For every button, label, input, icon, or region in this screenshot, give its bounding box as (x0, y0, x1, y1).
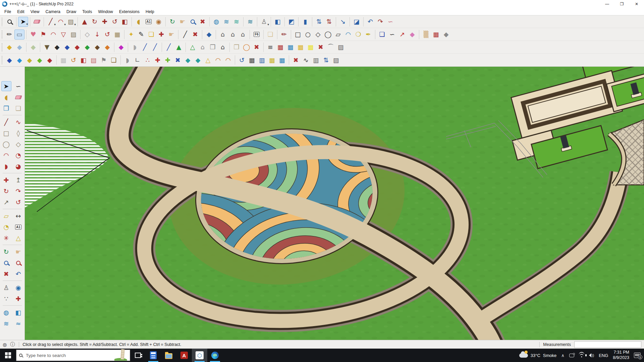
pencil-edit-tool[interactable]: ✏ (4, 29, 14, 40)
draw-parallelogram-on-surface[interactable]: ▱ (333, 29, 343, 40)
stamp-tool[interactable]: ✚ (100, 17, 110, 27)
toolbar-grip[interactable] (1, 30, 3, 39)
draw-ellipse-on-surface[interactable]: ◯ (323, 29, 333, 40)
face-select-tool[interactable]: ▭ (14, 29, 24, 40)
grid-tool-yellow[interactable]: ▦ (296, 42, 306, 52)
panel-blue-tool[interactable]: ▥ (257, 55, 267, 65)
flag-tool[interactable]: ⚑ (99, 55, 109, 65)
hand-tool[interactable]: ☛ (166, 29, 176, 40)
diamond-blue-2[interactable]: ◆ (14, 55, 24, 65)
drop-teal-2[interactable]: ◆ (193, 55, 203, 65)
line-tool[interactable]: ╱ (1, 117, 11, 127)
raise-lower-red-tool[interactable]: ⇅ (324, 17, 334, 27)
diamond-tool[interactable]: ◆ (441, 29, 451, 40)
cube-lightblue-tool[interactable]: ◆ (14, 42, 24, 52)
slash-tool[interactable]: ╱ (180, 29, 190, 40)
pan-tool[interactable]: ☛ (13, 247, 23, 257)
rotate-tool[interactable]: ↻ (1, 186, 11, 196)
poly-blue-tool[interactable]: ❏ (377, 29, 387, 40)
search-input[interactable] (26, 353, 127, 358)
arrow-down-tool[interactable]: ↓ (92, 29, 102, 40)
previous-view-tool[interactable]: ↶ (13, 269, 23, 279)
grid-tool-blue[interactable]: ▦ (285, 42, 296, 52)
maximize-button[interactable]: ❐ (614, 0, 629, 8)
tree-tool[interactable]: ▲ (174, 42, 184, 52)
person-scale-tool[interactable]: ♙▾ (259, 17, 269, 27)
water-ripple-tool-2[interactable]: ≋ (231, 17, 241, 27)
tile-slope-tool-3[interactable]: ╱ (164, 42, 174, 52)
paint-bucket-tool[interactable]: ◖ (1, 92, 11, 102)
lasso-tool[interactable]: ∽ (387, 29, 397, 40)
eraser-tool[interactable] (32, 17, 42, 27)
tile-slope-tool-2[interactable]: ╱ (150, 42, 160, 52)
orbit-tool[interactable]: ↻ (167, 17, 177, 27)
menu-edit[interactable]: Edit (14, 9, 28, 15)
cube-palegreen-tool[interactable]: ◆ (28, 42, 38, 52)
diamond-red[interactable]: ◆ (45, 55, 55, 65)
edge-app[interactable] (207, 349, 223, 362)
rectangle-tool-dropdown-icon[interactable]: ▾ (74, 23, 76, 26)
diamond-blue-tool[interactable]: ◆ (204, 29, 214, 40)
comb-tool[interactable]: ▥ (311, 55, 321, 65)
draw-arc-on-surface[interactable]: ◠ (343, 29, 353, 40)
menu-tools[interactable]: Tools (79, 9, 95, 15)
flip-edge-tool[interactable]: ◧ (120, 17, 130, 27)
ribbon-tool[interactable]: ∽ (385, 17, 395, 27)
eraser-tool[interactable] (13, 92, 23, 102)
shade-tool-2[interactable]: ▨ (331, 55, 341, 65)
position-camera-tool[interactable]: ♙ (1, 283, 11, 293)
three-d-text-tool[interactable]: △ (13, 233, 23, 243)
wire-dome-tool[interactable]: △ (187, 42, 198, 52)
diamond-blue-1[interactable]: ◆ (4, 55, 14, 65)
file-explorer-app[interactable] (161, 349, 176, 362)
orbit-tool[interactable]: ↻ (1, 247, 11, 257)
shade-tool[interactable]: ▨ (336, 42, 346, 52)
curve-tool[interactable]: ⌒ (326, 42, 336, 52)
wave-tool[interactable]: ∿ (301, 55, 311, 65)
section-display-tool[interactable]: ≈ (13, 318, 23, 328)
lines-tool[interactable]: ≡ (265, 42, 275, 52)
section-fill-tool[interactable]: ◧ (13, 307, 23, 317)
three-point-arc-tool[interactable]: ◗ (1, 161, 11, 171)
smoove-tool[interactable]: ↻ (90, 17, 100, 27)
drop-teal-1[interactable]: ◆ (183, 55, 193, 65)
drape-tool[interactable]: ↺ (110, 17, 120, 27)
minimize-button[interactable]: — (600, 0, 614, 8)
draw-hex-on-surface[interactable]: ◇ (313, 29, 323, 40)
turn-move-tool[interactable]: ✚ (13, 294, 23, 304)
plus-red-2[interactable]: ✚ (153, 55, 163, 65)
follow-me-tool[interactable]: ↷ (13, 186, 23, 196)
tile-slope-tool-1[interactable]: ╱ (140, 42, 150, 52)
wireless-display-icon[interactable] (569, 354, 574, 357)
wedge-pin-tool[interactable]: ▼ (42, 42, 52, 52)
diamond-yellow[interactable]: ◆ (24, 55, 35, 65)
taskbar-clock[interactable]: 7:31 PM 8/9/2023 (613, 350, 629, 360)
autocad-app[interactable]: A (176, 349, 192, 362)
fold-tool[interactable]: ❏ (109, 55, 119, 65)
toolbar-grip[interactable] (1, 43, 3, 52)
offset-tool[interactable]: ↺ (13, 197, 23, 207)
volume-icon[interactable]: )) (589, 353, 594, 357)
house-gray-tool[interactable]: ⌂ (198, 42, 208, 52)
f6-macro-tool[interactable]: F6 (252, 29, 262, 40)
pencil-surface-tool[interactable]: ✏ (279, 29, 289, 40)
dots-path-tool[interactable]: ∴ (143, 55, 153, 65)
language-indicator[interactable]: ENG (599, 353, 608, 358)
nodes-tool[interactable]: ▦ (247, 55, 257, 65)
curl-orange-tool[interactable]: ↺ (68, 55, 78, 65)
triangle-tool[interactable]: ▽ (58, 29, 68, 40)
pan-tool[interactable]: ☛ (177, 17, 187, 27)
spark-tool[interactable]: ✦ (126, 29, 136, 40)
start-button[interactable] (0, 349, 16, 362)
toolbar-grip[interactable] (1, 56, 3, 64)
shapes-x-tool[interactable]: ✖ (252, 42, 262, 52)
cross-tool[interactable]: ✖ (316, 42, 326, 52)
rotated-rectangle-tool[interactable]: ◊ (13, 128, 23, 138)
paint-cube-orange[interactable]: ◆ (102, 42, 112, 52)
zoom-tool[interactable] (1, 258, 11, 268)
terrain-tool[interactable]: ▒ (421, 29, 431, 40)
menu-camera[interactable]: Camera (43, 9, 63, 15)
make-component-tool[interactable]: ❒ (1, 103, 11, 113)
diamond-pink-tool[interactable]: ◆ (407, 29, 417, 40)
freehand-tool[interactable]: ∿ (13, 117, 23, 127)
